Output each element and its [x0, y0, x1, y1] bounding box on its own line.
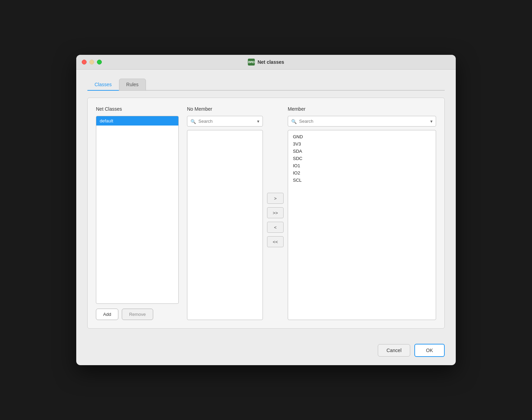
net-classes-actions: Add Remove [96, 309, 179, 320]
titlebar: BRD Net classes [76, 55, 456, 70]
move-left-button[interactable]: < [267, 222, 284, 233]
tabs-container: Classes Rules [87, 78, 445, 91]
member-list-inner: GND 3V3 SDA SDC [288, 130, 436, 187]
member-search-input[interactable] [288, 116, 436, 127]
net-classes-list[interactable]: default [96, 116, 179, 304]
move-right-button[interactable]: > [267, 193, 284, 204]
no-member-search-container: 🔍 ▼ [187, 116, 263, 127]
net-classes-column: Net Classes default Add Remove [96, 106, 179, 320]
list-item[interactable]: SDC [292, 155, 432, 162]
tab-rules[interactable]: Rules [119, 79, 146, 91]
tab-classes[interactable]: Classes [87, 79, 119, 91]
net-classes-label: Net Classes [96, 106, 179, 112]
content-area: Classes Rules Net Classes default [76, 70, 456, 337]
net-classes-window: BRD Net classes Classes Rules Net Classe… [76, 55, 456, 365]
titlebar-center: BRD Net classes [248, 59, 284, 66]
ok-button[interactable]: OK [414, 344, 445, 357]
member-list[interactable]: GND 3V3 SDA SDC [288, 130, 436, 320]
no-member-label: No Member [187, 106, 263, 112]
member-label: Member [288, 106, 436, 112]
main-panel: Net Classes default Add Remove No Member [87, 98, 445, 329]
move-all-left-button[interactable]: << [267, 236, 284, 247]
minimize-button[interactable] [89, 60, 94, 64]
window-title: Net classes [257, 59, 284, 65]
traffic-lights [82, 60, 102, 64]
member-column: Member 🔍 ▼ GND 3V3 [288, 106, 436, 320]
transfer-buttons-container: > >> < << [263, 106, 288, 320]
list-item[interactable]: IO1 [292, 162, 432, 169]
list-item[interactable]: 3V3 [292, 140, 432, 148]
move-all-right-button[interactable]: >> [267, 207, 284, 218]
cancel-button[interactable]: Cancel [378, 344, 410, 357]
list-item[interactable]: GND [292, 133, 432, 140]
list-item[interactable]: SCL [292, 177, 432, 184]
columns-container: Net Classes default Add Remove No Member [96, 106, 436, 320]
app-icon: BRD [248, 59, 255, 66]
no-member-column: No Member 🔍 ▼ [187, 106, 263, 320]
no-member-list[interactable] [187, 130, 263, 320]
footer: Cancel OK [76, 337, 456, 365]
list-item[interactable]: IO2 [292, 169, 432, 177]
maximize-button[interactable] [97, 60, 102, 64]
member-search-container: 🔍 ▼ [288, 116, 436, 127]
no-member-search-input[interactable] [187, 116, 263, 127]
list-item[interactable]: SDA [292, 148, 432, 155]
remove-button[interactable]: Remove [122, 309, 153, 320]
add-button[interactable]: Add [96, 309, 118, 320]
close-button[interactable] [82, 60, 87, 64]
list-item[interactable]: default [96, 116, 178, 126]
